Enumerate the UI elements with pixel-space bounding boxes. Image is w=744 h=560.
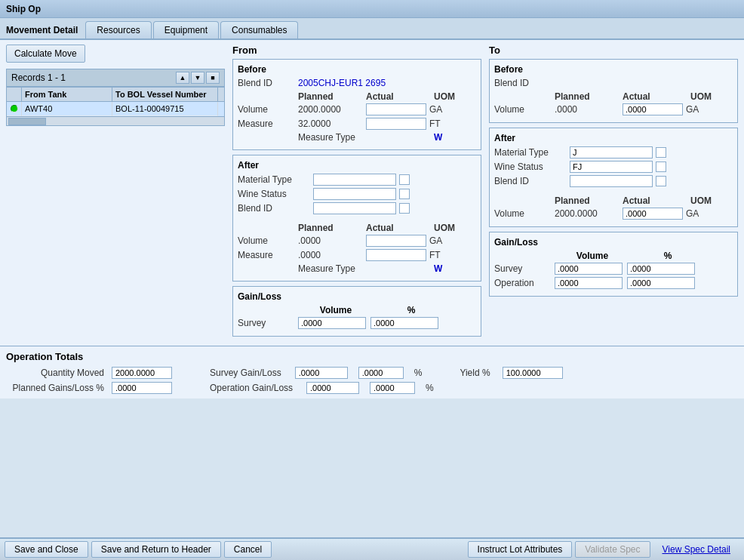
from-gainloss-survey-pct[interactable] (370, 317, 438, 329)
to-gainloss-operation-row: Operation (494, 277, 733, 289)
quantity-moved-value[interactable] (112, 367, 172, 379)
to-volume-actual[interactable] (623, 103, 683, 115)
from-after-measure-label: Measure (238, 250, 298, 260)
records-close[interactable]: ■ (206, 72, 220, 84)
survey-gainloss-value[interactable] (295, 367, 348, 379)
to-gainloss-survey-row: Survey (494, 263, 733, 275)
to-gainloss-operation-label: Operation (494, 278, 555, 288)
to-after-material-input[interactable] (570, 146, 653, 158)
to-after-volume-label: Volume (494, 208, 555, 219)
operation-gainloss-label: Operation Gain/Loss (210, 383, 293, 393)
operation-totals-rows: Quantity Moved Survey Gain/Loss % Yield … (6, 367, 738, 394)
from-gainloss-survey-volume[interactable] (298, 317, 366, 329)
to-gainloss-survey-volume[interactable] (555, 263, 623, 275)
from-after-box: After Material Type Wine Status Blend ID (232, 155, 481, 282)
from-measure-uom: FT (429, 118, 452, 129)
content-area: Calculate Move Records 1 - 1 ▲ ▼ ■ From … (0, 40, 744, 346)
table-row[interactable]: AWT40 BOL-11-00049715 (7, 102, 224, 116)
save-close-button[interactable]: Save and Close (5, 541, 88, 558)
movement-detail-label: Movement Detail (6, 25, 78, 38)
from-measure-label: Measure (238, 118, 298, 129)
to-gainloss-operation-pct[interactable] (627, 277, 695, 289)
to-section-header: To (489, 45, 738, 56)
calculate-move-button[interactable]: Calculate Move (6, 45, 85, 63)
op-row-quantity: Quantity Moved Survey Gain/Loss % Yield … (6, 367, 738, 379)
from-volume-actual[interactable] (366, 103, 426, 115)
row-indicator (7, 102, 22, 116)
from-after-wine-status-checkbox[interactable] (399, 189, 410, 199)
to-after-material-checkbox[interactable] (656, 147, 666, 158)
survey-gainloss-label: Survey Gain/Loss (210, 368, 281, 378)
from-tank-cell: AWT40 (22, 102, 112, 116)
from-measure-planned: 32.0000 (298, 118, 366, 129)
records-bar: Records 1 - 1 ▲ ▼ ■ (6, 69, 225, 87)
to-volume-planned: .0000 (555, 104, 623, 115)
from-planned-header: Planned (298, 91, 366, 102)
from-after-blend-id-checkbox[interactable] (399, 203, 410, 214)
survey-gainloss-pct[interactable] (358, 367, 404, 379)
planned-gainloss-value[interactable] (112, 382, 172, 394)
from-after-measure-actual[interactable] (366, 249, 426, 261)
operation-totals-header: Operation Totals (6, 351, 738, 362)
from-after-col-headers: Planned Actual UOM (298, 223, 476, 233)
to-volume-label: Volume (494, 104, 555, 115)
to-gainloss-survey-pct[interactable] (627, 263, 695, 275)
yield-pct-value[interactable] (503, 367, 563, 379)
to-after-volume-uom: GA (686, 208, 709, 219)
cancel-button[interactable]: Cancel (224, 541, 272, 558)
to-after-blend-id-input[interactable] (570, 175, 653, 187)
from-after-blend-id-input[interactable] (313, 202, 396, 214)
from-after-blend-id-row: Blend ID (238, 202, 476, 214)
from-blend-id-label: Blend ID (238, 78, 298, 88)
tab-equipment[interactable]: Equipment (153, 21, 219, 38)
from-measure-actual[interactable] (366, 118, 426, 130)
from-after-volume-uom: GA (429, 235, 452, 246)
to-after-blend-id-checkbox[interactable] (656, 176, 666, 186)
from-after-wine-status-row: Wine Status (238, 188, 476, 200)
grid-col-indicator (7, 88, 22, 101)
from-after-volume-actual[interactable] (366, 235, 426, 247)
to-blend-row: Blend ID (494, 78, 733, 88)
tab-consumables[interactable]: Consumables (220, 21, 298, 38)
from-after-material-input[interactable] (313, 174, 396, 186)
from-section: From Before Blend ID 2005CHJ-EUR1 2695 P… (232, 45, 481, 341)
tab-resources[interactable]: Resources (85, 21, 151, 38)
to-after-volume-planned: 2000.0000 (555, 208, 623, 219)
instruct-lot-button[interactable]: Instruct Lot Attributes (468, 541, 573, 558)
view-spec-detail-link[interactable]: View Spec Detail (653, 542, 740, 557)
horizontal-scrollbar[interactable] (6, 117, 225, 126)
to-gainloss-header: Gain/Loss (494, 237, 733, 248)
from-after-material-checkbox[interactable] (399, 174, 410, 185)
to-gainloss-survey-label: Survey (494, 263, 555, 274)
from-after-measure-type-label: Measure Type (298, 263, 434, 274)
records-nav-prev[interactable]: ▲ (176, 72, 189, 84)
to-gainloss-operation-volume[interactable] (555, 277, 623, 289)
from-col-headers: Planned Actual UOM (298, 91, 476, 102)
to-after-material-type-row: Material Type (494, 146, 733, 158)
to-volume-uom: GA (686, 104, 709, 115)
operation-gainloss-value[interactable] (306, 382, 359, 394)
to-section: To Before Blend ID Planned Actual UOM Vo… (489, 45, 738, 341)
from-measure-type-value: W (434, 132, 442, 143)
to-gainloss-pct-header: % (630, 251, 706, 261)
scrollbar-thumb[interactable] (8, 118, 46, 125)
from-after-wine-status-input[interactable] (313, 188, 396, 200)
operation-gainloss-pct[interactable] (370, 382, 415, 394)
from-gainloss-survey-row: Survey (238, 317, 476, 329)
validate-spec-button[interactable]: Validate Spec (575, 541, 650, 558)
to-after-wine-status-checkbox[interactable] (656, 162, 666, 172)
planned-gainloss-label: Planned Gains/Loss % (6, 383, 104, 393)
to-after-wine-status-label: Wine Status (494, 162, 570, 172)
from-after-measure-uom: FT (429, 250, 452, 260)
to-after-planned-header: Planned (555, 195, 623, 206)
to-after-wine-status-input[interactable] (570, 161, 653, 173)
to-after-volume-actual[interactable] (623, 208, 683, 220)
records-nav-next[interactable]: ▼ (191, 72, 204, 84)
save-return-button[interactable]: Save and Return to Header (91, 541, 221, 558)
records-count: Records 1 - 1 (11, 72, 66, 83)
from-after-volume-row: Volume .0000 GA (238, 235, 476, 247)
to-after-wine-status-row: Wine Status (494, 161, 733, 173)
op-row-planned: Planned Gains/Loss % Operation Gain/Loss… (6, 382, 738, 394)
footer-bar: Save and Close Save and Return to Header… (0, 537, 744, 560)
title-bar: Ship Op (0, 0, 744, 18)
